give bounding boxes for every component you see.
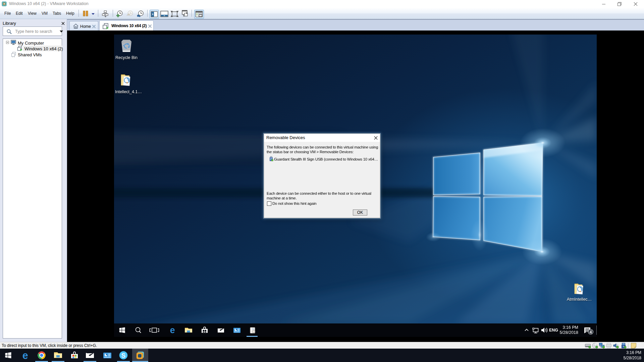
svg-text:4: 4	[590, 330, 592, 335]
svg-text:e: e	[22, 350, 28, 361]
svg-text:e: e	[170, 325, 175, 335]
